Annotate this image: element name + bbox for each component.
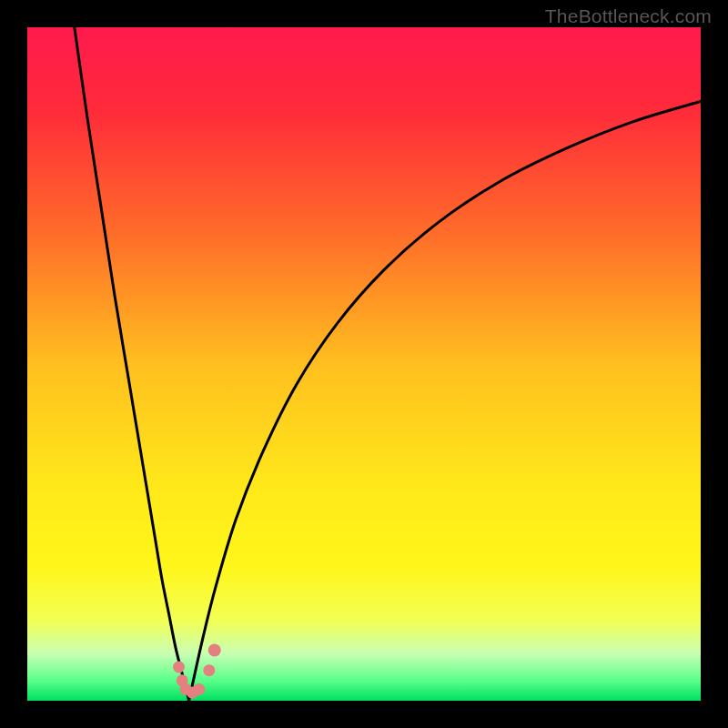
marker-dot (203, 664, 215, 676)
right-branch-curve (189, 101, 701, 701)
left-branch-curve (75, 27, 189, 701)
marker-dot (173, 662, 185, 673)
marker-dot (193, 683, 205, 695)
marker-cluster (173, 644, 221, 699)
marker-dot (208, 644, 221, 657)
plot-area (27, 27, 701, 701)
curves-svg (27, 27, 701, 701)
chart-frame: TheBottleneck.com (0, 0, 728, 728)
watermark-text: TheBottleneck.com (545, 5, 712, 27)
